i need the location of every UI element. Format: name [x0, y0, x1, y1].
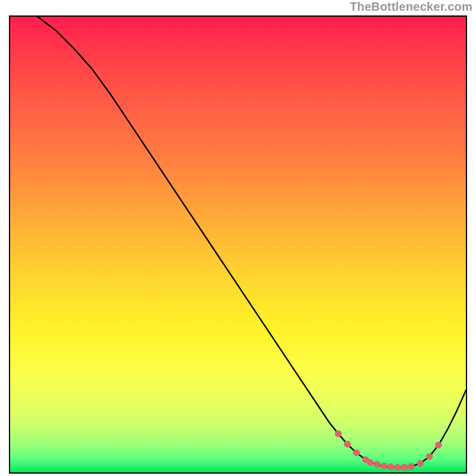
svg-point-1	[344, 441, 350, 447]
svg-point-0	[335, 430, 342, 437]
bottleneck-curve	[37, 17, 466, 468]
svg-point-8	[394, 464, 400, 471]
svg-point-12	[426, 453, 433, 459]
svg-point-6	[380, 463, 387, 469]
svg-point-4	[367, 459, 373, 465]
svg-point-5	[374, 461, 380, 467]
highlight-dots	[335, 430, 442, 471]
chart-container: TheBottlenecker.com	[0, 0, 476, 476]
plot-frame	[9, 15, 467, 474]
svg-point-7	[387, 464, 394, 470]
svg-point-9	[401, 464, 408, 471]
svg-point-13	[435, 441, 441, 448]
chart-svg	[10, 17, 466, 472]
svg-point-11	[417, 460, 424, 466]
svg-point-10	[408, 463, 414, 469]
svg-point-2	[353, 449, 359, 456]
watermark-text: TheBottlenecker.com	[0, 0, 476, 15]
